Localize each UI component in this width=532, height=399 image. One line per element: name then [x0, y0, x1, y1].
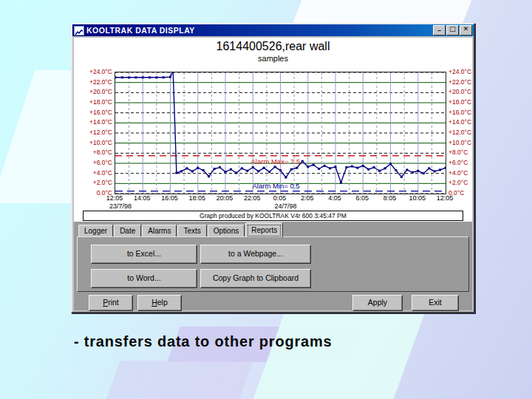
tab-date[interactable]: Date — [114, 225, 141, 237]
series-marker — [329, 167, 331, 169]
close-button[interactable]: ✕ — [460, 25, 472, 35]
series-marker — [169, 76, 171, 78]
series-marker — [324, 165, 326, 167]
series-marker — [214, 168, 216, 170]
series-marker — [389, 163, 392, 165]
app-window: KOOLTRAK DATA DISPLAY _ □ ✕ 1614400526,r… — [71, 23, 475, 313]
y-tick-label: +6.0°C — [449, 159, 468, 166]
series-marker — [284, 177, 287, 179]
series-marker — [439, 168, 441, 171]
series-marker — [252, 166, 254, 168]
maximize-button[interactable]: □ — [446, 25, 459, 35]
y-tick-label: +20.0°C — [77, 88, 112, 95]
x-date-label: 24/7/98 — [267, 202, 304, 210]
tab-label: Alarms — [148, 227, 171, 235]
y-tick-label: +18.0°C — [77, 98, 112, 106]
series-marker — [351, 166, 353, 168]
y-tick-label: +24.0°C — [77, 68, 112, 75]
y-tick-label: +12.0°C — [449, 129, 471, 136]
series-marker — [263, 167, 265, 169]
alarm-max-label: Alarm Max= 7.5 — [251, 157, 301, 166]
chart-title: 1614400526,rear wall — [74, 40, 472, 53]
series-marker — [163, 76, 165, 78]
app-icon — [74, 26, 84, 35]
tab-alarms[interactable]: Alarms — [142, 225, 177, 237]
exit-button[interactable]: Exit — [412, 295, 459, 311]
series-marker — [185, 167, 188, 169]
series-marker — [445, 167, 446, 169]
series-marker — [335, 166, 337, 168]
minimize-button[interactable]: _ — [433, 25, 446, 35]
series-marker — [373, 166, 375, 168]
x-tick-label: 20:05 — [210, 194, 239, 202]
series-marker — [318, 168, 320, 170]
slide-background: KOOLTRAK DATA DISPLAY _ □ ✕ 1614400526,r… — [0, 0, 532, 399]
x-tick-label: 22:05 — [237, 194, 267, 202]
print-button[interactable]: Print — [89, 295, 133, 311]
series-marker — [378, 170, 381, 172]
chart-footer: Graph produced by KOOLTRAK V4r 600 3:45:… — [83, 211, 463, 221]
control-panel: LoggerDateAlarmsTextsOptionsReports to E… — [74, 222, 472, 310]
x-tick-label: 10:05 — [403, 194, 432, 202]
series-marker — [406, 168, 408, 171]
copy-graph-to-clipboard-button[interactable]: Copy Graph to Clipboard — [200, 269, 311, 288]
x-date-label: 23/7/98 — [102, 202, 139, 210]
series-marker — [279, 169, 282, 171]
series-marker — [202, 169, 205, 171]
series-marker — [367, 168, 369, 171]
series-marker — [340, 181, 342, 183]
series-marker — [128, 76, 130, 78]
title-bar[interactable]: KOOLTRAK DATA DISPLAY _ □ ✕ — [72, 24, 474, 36]
tab-label: Texts — [183, 227, 200, 235]
x-tick-label: 12:05 — [430, 194, 460, 202]
apply-button[interactable]: Apply — [352, 295, 403, 311]
series-marker — [362, 165, 364, 167]
series-marker — [384, 167, 386, 169]
series-marker — [268, 171, 270, 173]
y-tick-label: +14.0°C — [77, 118, 112, 126]
x-tick-label: 6:05 — [347, 194, 377, 202]
tab-texts[interactable]: Texts — [177, 225, 206, 237]
help-button[interactable]: Help — [137, 295, 182, 311]
y-tick-label: +4.0°C — [77, 169, 112, 177]
export-to-word-button[interactable]: to Word... — [91, 269, 197, 288]
y-tick-label: +16.0°C — [449, 109, 471, 116]
chart-subtitle: samples — [74, 54, 472, 63]
y-tick-label: +6.0°C — [77, 159, 112, 166]
series-marker — [345, 166, 347, 168]
series-marker — [115, 76, 117, 78]
y-tick-label: +20.0°C — [449, 88, 471, 95]
background-shape — [101, 361, 253, 399]
export-to-webpage-button[interactable]: to a Webpage... — [200, 245, 311, 264]
series-marker — [400, 176, 403, 178]
series-marker — [241, 167, 243, 169]
series-marker — [134, 76, 137, 78]
tab-page-reports: to Excel... to a Webpage... to Word... C… — [77, 236, 469, 292]
tab-strip: LoggerDateAlarmsTextsOptionsReports — [78, 222, 284, 237]
x-tick-label: 2:05 — [293, 194, 322, 202]
series-marker — [175, 171, 177, 174]
series-marker — [225, 171, 227, 173]
window-title: KOOLTRAK DATA DISPLAY — [86, 26, 432, 35]
tab-logger[interactable]: Logger — [78, 225, 113, 237]
series-marker — [142, 76, 144, 78]
series-marker — [296, 167, 298, 169]
series-marker — [301, 160, 304, 163]
y-tick-label: +14.0°C — [449, 118, 471, 126]
y-tick-label: +10.0°C — [77, 139, 112, 146]
chart-svg — [115, 72, 446, 194]
y-tick-label: +24.0°C — [449, 68, 471, 75]
plot-region: Alarm Max= 7.5 Alarm Min= 0.5 — [115, 72, 446, 194]
series-marker — [428, 167, 430, 169]
x-tick-label: 0:05 — [265, 194, 295, 202]
export-to-excel-button[interactable]: to Excel... — [91, 245, 197, 264]
tab-options[interactable]: Options — [208, 225, 245, 237]
tab-label: Date — [120, 227, 135, 235]
series-marker — [197, 167, 199, 169]
tab-label: Logger — [84, 227, 107, 235]
y-tick-label: +16.0°C — [77, 109, 112, 116]
series-marker — [423, 172, 425, 174]
tab-reports[interactable]: Reports — [245, 222, 283, 237]
x-tick-label: 12:05 — [100, 194, 129, 202]
chart-area: 1614400526,rear wall samples Alarm Max= … — [74, 38, 472, 222]
